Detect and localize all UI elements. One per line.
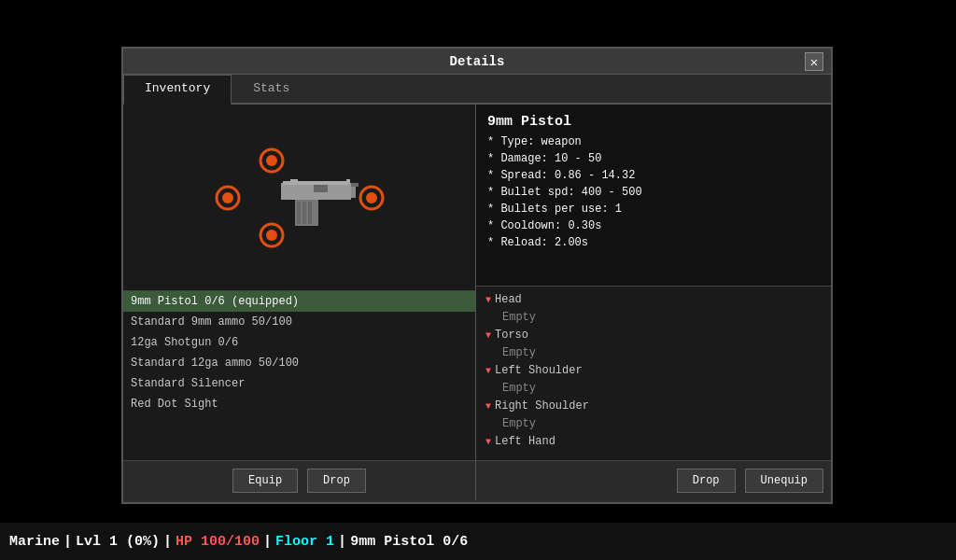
right-buttons: Drop Unequip bbox=[476, 460, 831, 500]
status-name: Marine bbox=[9, 534, 60, 550]
svg-rect-20 bbox=[308, 202, 312, 224]
gun-container bbox=[206, 142, 393, 254]
window-title: Details bbox=[450, 54, 505, 69]
status-level: Lvl 1 (0%) bbox=[76, 534, 160, 550]
svg-rect-21 bbox=[346, 179, 350, 184]
svg-point-5 bbox=[366, 192, 377, 203]
gun-sprite bbox=[244, 170, 365, 231]
stat-line-2: * Spread: 0.86 - 14.32 bbox=[487, 167, 820, 184]
drop-left-button[interactable]: Drop bbox=[307, 469, 366, 493]
arrow-icon: ▼ bbox=[485, 401, 491, 412]
inventory-list[interactable]: 9mm Pistol 0/6 (equipped) Standard 9mm a… bbox=[123, 291, 475, 460]
arrow-icon: ▼ bbox=[485, 330, 491, 341]
content-area: 9mm Pistol 0/6 (equipped) Standard 9mm a… bbox=[123, 105, 831, 500]
sep1: | bbox=[63, 534, 72, 550]
tab-bar: Inventory Stats bbox=[123, 75, 831, 105]
drop-right-button[interactable]: Drop bbox=[677, 469, 736, 493]
svg-rect-22 bbox=[290, 179, 298, 184]
stat-line-4: * Bullets per use: 1 bbox=[487, 201, 820, 217]
right-panel: 9mm Pistol * Type: weapon * Damage: 10 -… bbox=[476, 105, 831, 500]
arrow-icon: ▼ bbox=[485, 366, 491, 376]
status-floor: Floor 1 bbox=[275, 534, 334, 550]
svg-point-3 bbox=[222, 192, 233, 203]
tab-stats[interactable]: Stats bbox=[232, 75, 311, 103]
slot-head-header: ▼ Head bbox=[476, 290, 831, 309]
title-bar: Details ✕ bbox=[123, 49, 831, 75]
slot-torso-header: ▼ Torso bbox=[476, 326, 831, 344]
stat-line-3: * Bullet spd: 400 - 500 bbox=[487, 184, 820, 201]
list-item[interactable]: Standard 12ga ammo 50/100 bbox=[123, 353, 475, 373]
status-weapon: 9mm Pistol 0/6 bbox=[350, 534, 468, 550]
tab-inventory[interactable]: Inventory bbox=[123, 75, 232, 105]
sep2: | bbox=[163, 534, 172, 550]
target-ml bbox=[214, 184, 242, 212]
sep3: | bbox=[263, 534, 272, 550]
slot-torso-value: Empty bbox=[476, 344, 831, 361]
stats-panel: 9mm Pistol * Type: weapon * Damage: 10 -… bbox=[476, 105, 831, 287]
equipment-panel[interactable]: ▼ Head Empty ▼ Torso Empty ▼ Left Should… bbox=[476, 287, 831, 460]
svg-rect-18 bbox=[297, 202, 301, 224]
list-item[interactable]: Red Dot Sight bbox=[123, 394, 475, 414]
left-buttons: Equip Drop bbox=[123, 460, 475, 500]
slot-left-hand-header: ▼ Left Hand bbox=[476, 432, 831, 451]
sep4: | bbox=[338, 534, 346, 550]
slot-left-shoulder-value: Empty bbox=[476, 380, 831, 397]
stat-line-0: * Type: weapon bbox=[487, 133, 820, 150]
svg-rect-19 bbox=[302, 202, 306, 224]
close-button[interactable]: ✕ bbox=[805, 52, 823, 71]
slot-left-shoulder-header: ▼ Left Shoulder bbox=[476, 361, 831, 380]
arrow-icon: ▼ bbox=[485, 295, 491, 305]
equip-button[interactable]: Equip bbox=[232, 469, 298, 493]
slot-right-shoulder-header: ▼ Right Shoulder bbox=[476, 397, 831, 415]
status-bar: Marine | Lvl 1 (0%) | HP 100/100 | Floor… bbox=[0, 523, 956, 560]
list-item[interactable]: Standard 9mm ammo 50/100 bbox=[123, 312, 475, 332]
item-name: 9mm Pistol bbox=[487, 114, 820, 130]
list-item[interactable]: Standard Silencer bbox=[123, 373, 475, 394]
details-window: Details ✕ Inventory Stats bbox=[121, 47, 833, 504]
status-hp: HP 100/100 bbox=[176, 534, 260, 550]
svg-point-7 bbox=[266, 230, 277, 241]
stat-line-1: * Damage: 10 - 50 bbox=[487, 150, 820, 167]
unequip-button[interactable]: Unequip bbox=[745, 469, 823, 493]
slot-right-shoulder-value: Empty bbox=[476, 415, 831, 432]
item-preview bbox=[123, 105, 475, 291]
arrow-icon: ▼ bbox=[485, 437, 491, 447]
svg-rect-9 bbox=[351, 183, 358, 187]
slot-head-value: Empty bbox=[476, 309, 831, 326]
svg-rect-12 bbox=[314, 185, 328, 192]
list-item[interactable]: 12ga Shotgun 0/6 bbox=[123, 332, 475, 353]
stat-line-6: * Reload: 2.00s bbox=[487, 234, 820, 251]
list-item[interactable]: 9mm Pistol 0/6 (equipped) bbox=[123, 291, 475, 312]
left-panel: 9mm Pistol 0/6 (equipped) Standard 9mm a… bbox=[123, 105, 476, 500]
svg-point-1 bbox=[266, 155, 277, 166]
stat-line-5: * Cooldown: 0.30s bbox=[487, 217, 820, 234]
